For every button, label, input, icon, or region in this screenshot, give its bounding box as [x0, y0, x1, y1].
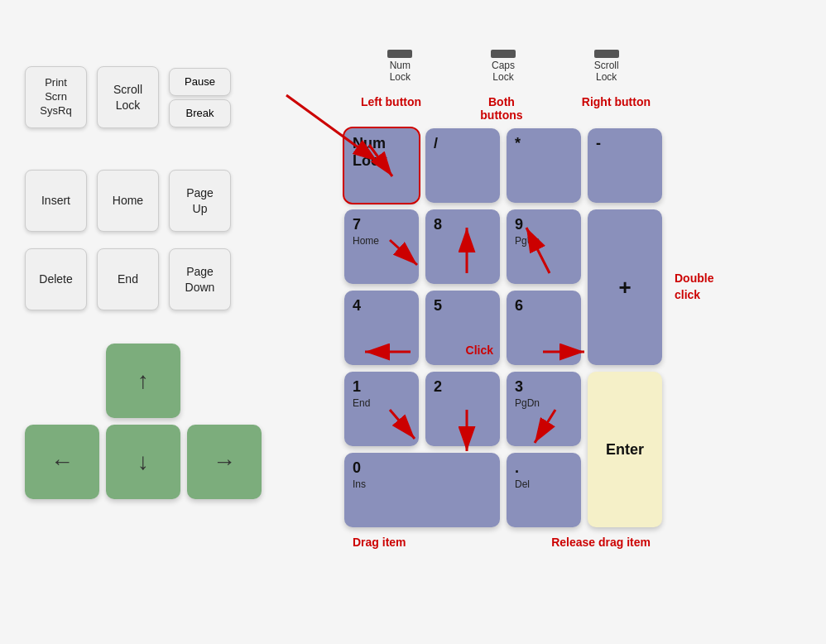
eight-numkey[interactable]: 8: [425, 209, 500, 284]
numpad-with-annotation: NumLock / * - 7 Home 8: [344, 128, 662, 549]
top-key-row: PrintScrnSysRq ScrollLock Pause Break: [25, 66, 262, 128]
two-numkey[interactable]: 2: [425, 372, 500, 446]
nine-numkey[interactable]: 9 PgUp: [507, 209, 581, 284]
one-label: 1: [353, 378, 411, 396]
three-label: 3: [515, 378, 573, 396]
num-lock-led: [387, 50, 412, 58]
pgdn-sublabel: PgDn: [515, 397, 573, 409]
home-sublabel: Home: [353, 235, 411, 247]
six-numkey[interactable]: 6: [507, 291, 581, 365]
num-lock-led-label: NumLock: [390, 60, 411, 83]
six-label: 6: [515, 297, 573, 315]
seven-label: 7: [353, 216, 411, 233]
eight-label: 8: [434, 216, 492, 233]
nine-label: 9: [515, 216, 573, 233]
plus-numkey[interactable]: + Doubleclick: [588, 209, 662, 365]
numpad-footer: Drag item Release drag item: [344, 536, 659, 549]
end-key[interactable]: End: [97, 248, 159, 310]
one-numkey[interactable]: 1 End: [344, 372, 419, 446]
right-button-label: Right button: [582, 95, 651, 122]
click-label: Click: [466, 344, 493, 357]
nav-key-row-1: Insert Home PageUp: [25, 170, 262, 232]
five-numkey[interactable]: 5 Click: [425, 291, 500, 365]
seven-numkey[interactable]: 7 Home: [344, 209, 419, 284]
four-numkey[interactable]: 4: [344, 291, 419, 365]
arrow-up-row: ↑: [106, 344, 180, 418]
insert-key[interactable]: Insert: [25, 170, 87, 232]
two-label: 2: [434, 378, 492, 396]
enter-numkey[interactable]: Enter: [588, 372, 662, 527]
minus-label: -: [596, 135, 654, 152]
left-keyboard-section: PrintScrnSysRq ScrollLock Pause Break In…: [25, 66, 262, 499]
page-down-key[interactable]: PageDown: [169, 248, 231, 310]
num-lock-numkey[interactable]: NumLock: [344, 128, 419, 203]
scroll-lock-led: [594, 50, 619, 58]
pgup-sublabel: PgUp: [515, 235, 573, 247]
both-buttons-label: Bothbuttons: [480, 95, 522, 122]
page-up-key[interactable]: PageUp: [169, 170, 231, 232]
arrow-lr-row: ← ↓ →: [25, 425, 262, 499]
numpad-section: NumLock CapsLock ScrollLock Left button …: [344, 50, 662, 549]
led-row: NumLock CapsLock ScrollLock: [344, 50, 662, 83]
end-sublabel: End: [353, 397, 411, 409]
arrow-down-key[interactable]: ↓: [106, 425, 180, 499]
five-label: 5: [434, 297, 492, 315]
left-button-label: Left button: [361, 95, 421, 122]
nav-key-row-2: Delete End PageDown: [25, 248, 262, 310]
ins-sublabel: Ins: [353, 478, 492, 490]
num-lock-numkey-label: NumLock: [353, 135, 411, 170]
mouse-labels-row: Left button Bothbuttons Right button: [344, 95, 659, 122]
arrow-key-section: ↑ ← ↓ →: [25, 344, 262, 499]
arrow-up-key[interactable]: ↑: [106, 344, 180, 418]
minus-numkey[interactable]: -: [588, 128, 662, 203]
caps-lock-led-group: CapsLock: [491, 50, 516, 83]
scroll-lock-led-label: ScrollLock: [594, 60, 619, 83]
slash-numkey[interactable]: /: [425, 128, 500, 203]
asterisk-label: *: [515, 135, 573, 152]
zero-label: 0: [353, 459, 492, 477]
del-sublabel: Del: [515, 478, 573, 490]
print-scrn-key[interactable]: PrintScrnSysRq: [25, 66, 87, 128]
dot-numkey[interactable]: . Del: [507, 453, 581, 527]
slash-label: /: [434, 135, 492, 152]
pause-key[interactable]: Pause: [169, 68, 231, 96]
pause-break-key-group: Pause Break: [169, 68, 231, 127]
three-numkey[interactable]: 3 PgDn: [507, 372, 581, 446]
double-click-label: Doubleclick: [675, 271, 737, 303]
scroll-lock-led-group: ScrollLock: [594, 50, 619, 83]
zero-numkey[interactable]: 0 Ins: [344, 453, 500, 527]
arrow-right-key[interactable]: →: [187, 425, 262, 499]
home-key[interactable]: Home: [97, 170, 159, 232]
drag-item-label: Drag item: [353, 536, 406, 549]
plus-label: +: [618, 275, 631, 300]
main-container: PrintScrnSysRq ScrollLock Pause Break In…: [0, 0, 826, 582]
dot-label: .: [515, 459, 573, 477]
caps-lock-led: [491, 50, 516, 58]
four-label: 4: [353, 297, 411, 315]
break-key[interactable]: Break: [169, 99, 231, 127]
num-lock-led-group: NumLock: [387, 50, 412, 83]
numpad-grid: NumLock / * - 7 Home 8: [344, 128, 662, 527]
delete-key[interactable]: Delete: [25, 248, 87, 310]
asterisk-numkey[interactable]: *: [507, 128, 581, 203]
release-drag-label: Release drag item: [551, 536, 651, 549]
arrow-left-key[interactable]: ←: [25, 425, 99, 499]
scroll-lock-key[interactable]: ScrollLock: [97, 66, 159, 128]
caps-lock-led-label: CapsLock: [492, 60, 515, 83]
enter-label: Enter: [606, 441, 644, 459]
